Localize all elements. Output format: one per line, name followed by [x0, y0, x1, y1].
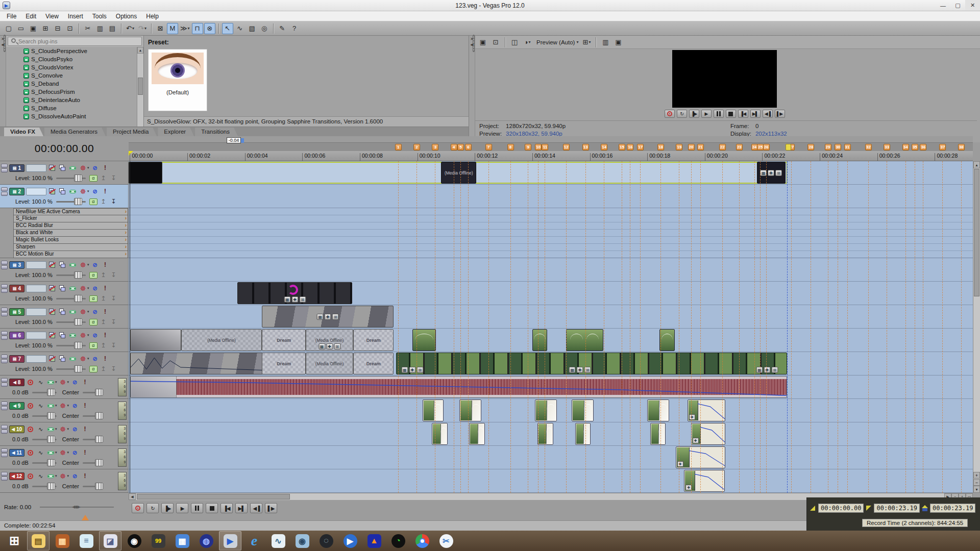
fx-chain-item-sharpen[interactable]: Sharpen [13, 244, 128, 251]
marker-1[interactable]: 1 [395, 144, 402, 151]
minimize-track-button[interactable] [1, 187, 8, 191]
solo-button[interactable]: ! [81, 425, 89, 433]
chevron-down-icon[interactable]: ▾ [67, 404, 69, 408]
chevron-down-icon[interactable]: ▾ [55, 474, 57, 478]
tab-video-fx[interactable]: Video FX [4, 128, 43, 136]
timeline-event[interactable] [469, 423, 485, 445]
bypass-motion-blur-button[interactable] [48, 332, 57, 339]
timeline-ruler[interactable]: 00:00:0000:00:0200:00:0400:00:0600:00:08… [129, 151, 973, 161]
taskbar-app-webcam-app[interactable]: ◉ [291, 531, 313, 550]
track-motion-button[interactable] [58, 332, 67, 339]
track-number[interactable]: ▤6 [9, 332, 24, 339]
event-fx-button[interactable]: ✚ [689, 414, 695, 420]
chevron-down-icon[interactable]: ▾ [87, 263, 89, 267]
preview-on-external-monitor-button[interactable]: ⊡ [490, 37, 501, 48]
plugin-list-scrollbar[interactable]: ▲ ▼ [137, 47, 143, 127]
event-pan-crop-button[interactable]: ▦ [401, 367, 408, 373]
invert-phase-button[interactable]: ∿ [36, 449, 45, 457]
track-header-11[interactable]: ◀11∿▾☸▾⊘!0.0 dBCenter369 [0, 446, 128, 469]
automation-settings-button[interactable] [68, 261, 77, 269]
taskbar-app-control-panel[interactable]: ▦ [171, 531, 193, 550]
automation-settings-button[interactable] [46, 379, 55, 386]
envelope-edit-tool-button[interactable]: ∿ [234, 23, 246, 34]
tab-media-generators[interactable]: Media Generators [44, 128, 106, 136]
marker-34[interactable]: 34 [902, 144, 909, 151]
timeline-event[interactable] [432, 423, 448, 445]
track-fx-button[interactable]: ☸ [59, 402, 67, 410]
track-number[interactable]: ◀10 [9, 425, 24, 433]
preset-thumbnail[interactable]: (Default) [148, 49, 207, 111]
automation-settings-button[interactable] [46, 402, 55, 410]
previous-frame-button[interactable]: ◀▐ [763, 110, 773, 118]
marker-38[interactable]: 38 [958, 144, 965, 151]
marker-17[interactable]: 17 [637, 144, 644, 151]
solo-button[interactable]: ! [101, 261, 110, 269]
chevron-down-icon[interactable]: ▾ [55, 380, 57, 384]
timeline-event[interactable] [537, 423, 553, 445]
timeline-event[interactable] [423, 399, 444, 421]
timeline-event[interactable] [535, 399, 557, 421]
media-offline-event[interactable]: (Media Offline) [441, 162, 476, 184]
dream-event[interactable]: Dream [353, 353, 394, 374]
media-offline-event[interactable]: (Media Offline) [181, 329, 262, 351]
marker-35[interactable]: 35 [912, 144, 918, 151]
selection-end-time[interactable]: 00:00:23.19 [874, 504, 919, 513]
timeline-vertical-scrollbar[interactable]: ▲ + − ▼ [973, 161, 980, 493]
compositing-mode-button[interactable]: α [89, 198, 97, 205]
taskbar-app-vegas-pro[interactable]: ▶ [219, 531, 241, 550]
taskbar-app-torch-app[interactable]: ▲ [363, 531, 385, 550]
pan-slider[interactable] [83, 462, 103, 464]
menu-help[interactable]: Help [141, 12, 163, 21]
automation-settings-button[interactable] [46, 425, 55, 433]
scroll-thumb[interactable] [137, 494, 290, 499]
track-fx-button[interactable]: ☸ [79, 188, 87, 195]
solo-button[interactable]: ! [101, 164, 110, 172]
solo-button[interactable]: ! [81, 449, 89, 457]
save-snapshot-button[interactable]: ▣ [612, 37, 624, 48]
track-name-field[interactable] [26, 355, 46, 363]
go-to-end-button[interactable]: ▶▌ [750, 110, 761, 118]
chevron-down-icon[interactable]: ▾ [67, 427, 69, 431]
taskbar-app-snipping-tool[interactable]: ✂ [435, 531, 457, 550]
marker-5[interactable]: 5 [457, 144, 464, 151]
track-name-field[interactable] [26, 285, 46, 292]
marker-2[interactable]: 2 [413, 144, 420, 151]
event-generator-button[interactable]: ⊞ [332, 314, 339, 320]
menu-edit[interactable]: Edit [21, 12, 41, 21]
go-to-end-button[interactable]: ▶▌ [235, 503, 248, 513]
grid-overlay-button[interactable]: ⊞▾ [581, 37, 592, 48]
minimize-track-button[interactable] [1, 472, 8, 476]
plugin-item-s-deinterlaceauto[interactable]: S_DeinterlaceAuto [6, 96, 137, 104]
timeline-event[interactable] [572, 399, 594, 421]
mute-button[interactable]: ⊘ [91, 285, 100, 292]
timeline-event[interactable] [129, 162, 162, 184]
event-fx-button[interactable]: ✚ [677, 461, 683, 467]
scroll-thumb[interactable] [138, 78, 143, 95]
bypass-motion-blur-button[interactable] [48, 188, 57, 195]
redo-button[interactable]: ↷▾ [137, 23, 148, 34]
tab-project-media[interactable]: Project Media [107, 128, 157, 136]
automation-settings-button[interactable] [46, 449, 55, 457]
mute-button[interactable]: ⊘ [91, 261, 100, 269]
solo-button[interactable]: ! [101, 308, 110, 316]
solo-button[interactable]: ! [81, 402, 89, 410]
chevron-down-icon[interactable]: ▾ [55, 404, 57, 408]
mute-button[interactable]: ⊘ [91, 308, 100, 316]
marker-3[interactable]: 3 [432, 144, 438, 151]
copy-snapshot-button[interactable]: ▥ [600, 37, 611, 48]
track-header-10[interactable]: ◀10∿▾☸▾⊘!0.0 dBCenter369 [0, 422, 128, 446]
bypass-motion-blur-button[interactable] [48, 285, 57, 292]
marker-bar[interactable]: -0.0412345678910111213141516171819202122… [129, 142, 973, 151]
event-generator-button[interactable]: ⊞ [299, 296, 306, 303]
track-fx-button[interactable]: ☸ [59, 472, 67, 480]
track-fx-button[interactable]: ☸ [59, 425, 67, 433]
marker-12[interactable]: 12 [563, 144, 570, 151]
compositing-mode-button[interactable]: α [89, 342, 97, 349]
track-fx-button[interactable]: ☸ [59, 449, 67, 457]
automation-settings-button[interactable] [68, 188, 77, 195]
event-fx-button[interactable]: ✚ [325, 314, 331, 320]
preview-quality-button[interactable]: Preview (Auto)▾ [534, 37, 579, 48]
compositing-mode-button[interactable]: α [89, 272, 97, 279]
maximize-track-button[interactable] [1, 383, 8, 387]
marker-8[interactable]: 8 [507, 144, 514, 151]
